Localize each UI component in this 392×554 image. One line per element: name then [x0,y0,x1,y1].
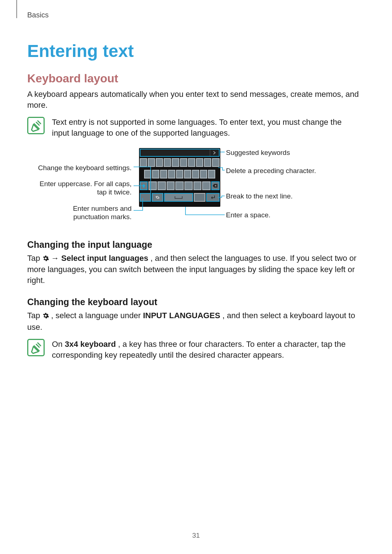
text-fragment: , select a language under [51,311,143,320]
note-block: On 3x4 keyboard , a key has three or fou… [27,339,359,360]
suggestion-bar [140,149,220,157]
gear-icon [42,311,49,322]
section-heading-keyboard-layout: Keyboard layout [27,72,359,85]
key-row-3 [140,181,220,190]
callout-uppercase: Enter uppercase. For all caps, tap it tw… [37,180,132,197]
settings-key [152,193,163,202]
key-row-1 [140,158,220,167]
shift-key [140,181,148,190]
key-row-2 [140,170,220,178]
symbols-key [140,193,151,202]
subheading-keyboard-layout: Changing the keyboard layout [27,297,359,307]
note-text: Text entry is not supported in some lang… [52,117,359,138]
paragraph-input-language: Tap → Select input languages , and then … [27,253,359,286]
callout-settings: Change the keyboard settings. [37,164,132,172]
callout-numbers: Enter numbers and punctuation marks. [37,205,132,221]
bold-select-input-languages: Select input languages [61,254,148,263]
margin-indicator [16,0,17,18]
chevron-right-icon [210,149,219,156]
text-fragment: → [51,254,61,263]
bold-3x4-keyboard: 3x4 keyboard [65,340,116,349]
keyboard-diagram: Change the keyboard settings. Enter uppe… [37,145,350,229]
backspace-key [211,181,220,190]
note-text: On 3x4 keyboard , a key has three or fou… [52,339,359,360]
breadcrumb: Basics [27,11,359,19]
note-pencil-icon [27,117,45,134]
page-number: 31 [0,532,392,539]
callout-break: Break to the next line. [226,192,320,201]
period-key [194,193,205,202]
space-key [164,193,193,202]
callout-space: Enter a space. [226,211,320,219]
note-pencil-icon [27,339,45,356]
subheading-input-language: Changing the input language [27,239,359,250]
bold-input-languages: INPUT LANGUAGES [143,311,220,320]
callout-suggested: Suggested keywords [226,149,320,157]
key-row-4 [140,193,220,202]
note-block: Text entry is not supported in some lang… [27,117,359,138]
text-fragment: On [52,340,65,349]
gear-icon [42,254,49,264]
text-fragment: Tap [27,311,42,320]
paragraph-keyboard-layout: Tap , select a language under INPUT LANG… [27,310,359,332]
intro-paragraph: A keyboard appears automatically when yo… [27,89,359,110]
text-fragment: Tap [27,254,42,263]
keyboard-graphic [139,148,220,207]
callout-delete: Delete a preceding character. [226,167,320,175]
enter-key [206,193,220,202]
page-title: Entering text [27,41,359,61]
